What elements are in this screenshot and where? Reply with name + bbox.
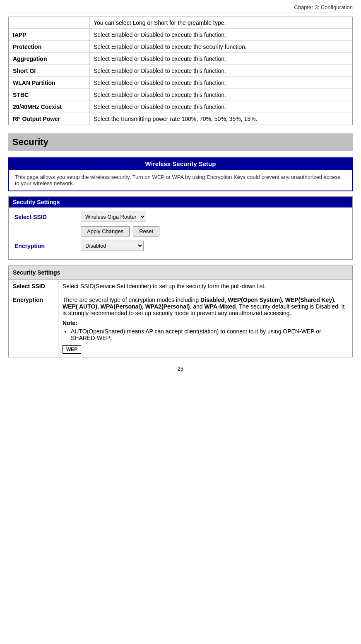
chapter-header: Chapter 3: Configuration	[8, 4, 353, 12]
encryption-control: DisabledWEP(Open System)WEP(Shared Key)W…	[81, 241, 144, 251]
info-row-value: Select Enabled or Disabled to execute th…	[89, 101, 353, 113]
info-row-label: Aggregation	[9, 53, 89, 65]
note-item: AUTO(Open/Shared) means AP can accept cl…	[71, 328, 348, 341]
wss-container: Wireless Security Setup This page allows…	[8, 157, 353, 191]
info-table-row: RF Output PowerSelect the transmitting p…	[9, 113, 353, 125]
desc-row-label: Encryption	[9, 293, 58, 357]
info-row-label: STBC	[9, 89, 89, 101]
info-table-row: AggregationSelect Enabled or Disabled to…	[9, 53, 353, 65]
ss-panel-body: Select SSID Wireless Giga Router Apply C…	[9, 207, 352, 259]
info-table: You can select Long or Short for the pre…	[8, 17, 353, 125]
apply-changes-button[interactable]: Apply Changes	[81, 226, 130, 236]
encryption-row: Encryption DisabledWEP(Open System)WEP(S…	[14, 241, 347, 251]
desc-table-header: Security Settings	[9, 266, 353, 280]
reset-button[interactable]: Reset	[133, 226, 159, 236]
ss-panel-header: Secutity Settings	[9, 197, 352, 207]
info-row-value: Select Enabled or Disabled to execute th…	[89, 53, 353, 65]
info-table-row: 20/40MHz CoexistSelect Enabled or Disabl…	[9, 101, 353, 113]
info-row-label: Short GI	[9, 65, 89, 77]
info-row-value: Select Enabled or Disabled to execute th…	[89, 41, 353, 53]
info-row-label	[9, 17, 89, 29]
desc-row-label: Select SSID	[9, 280, 58, 293]
desc-row-value: Select SSID(Service Set Identifier) to s…	[58, 280, 353, 293]
info-table-row: IAPPSelect Enabled or Disabled to execut…	[9, 29, 353, 41]
info-table-row: You can select Long or Short for the pre…	[9, 17, 353, 29]
encryption-dropdown[interactable]: DisabledWEP(Open System)WEP(Shared Key)W…	[81, 241, 144, 251]
ssid-control: Wireless Giga Router	[81, 212, 146, 222]
desc-table-row: Select SSIDSelect SSID(Service Set Ident…	[9, 280, 353, 293]
security-settings-panel: Secutity Settings Select SSID Wireless G…	[8, 196, 353, 260]
info-row-label: RF Output Power	[9, 113, 89, 125]
info-table-row: Short GISelect Enabled or Disabled to ex…	[9, 65, 353, 77]
desc-table-row: EncryptionThere are several type of encr…	[9, 293, 353, 357]
select-ssid-row: Select SSID Wireless Giga Router	[14, 212, 347, 222]
wss-body: This page allows you setup the wireless …	[9, 170, 352, 191]
select-ssid-label: Select SSID	[14, 214, 81, 220]
info-row-label: 20/40MHz Coexist	[9, 101, 89, 113]
info-row-value: Select the transmitting power rate 100%,…	[89, 113, 353, 125]
buttons-row: Apply Changes Reset	[14, 226, 347, 236]
info-row-value: Select Enabled or Disabled to execute th…	[89, 77, 353, 89]
info-row-value: Select Enabled or Disabled to execute th…	[89, 65, 353, 77]
wep-box: WEP	[63, 345, 81, 354]
desc-table: Security Settings Select SSIDSelect SSID…	[8, 265, 353, 357]
info-table-row: ProtectionSelect Enabled or Disabled to …	[9, 41, 353, 53]
info-table-row: WLAN PartitionSelect Enabled or Disabled…	[9, 77, 353, 89]
info-row-label: WLAN Partition	[9, 77, 89, 89]
info-table-row: STBCSelect Enabled or Disabled to execut…	[9, 89, 353, 101]
desc-row-value: There are several type of encryption mod…	[58, 293, 353, 357]
info-row-label: Protection	[9, 41, 89, 53]
ssid-dropdown[interactable]: Wireless Giga Router	[81, 212, 146, 222]
info-row-value: You can select Long or Short for the pre…	[89, 17, 353, 29]
info-row-label: IAPP	[9, 29, 89, 41]
page-number: 25	[8, 366, 353, 372]
wss-header: Wireless Security Setup	[9, 158, 352, 170]
encryption-label: Encryption	[14, 243, 81, 249]
info-row-value: Select Enabled or Disabled to execute th…	[89, 29, 353, 41]
info-row-value: Select Enabled or Disabled to execute th…	[89, 89, 353, 101]
security-section-title: Security	[8, 133, 353, 151]
